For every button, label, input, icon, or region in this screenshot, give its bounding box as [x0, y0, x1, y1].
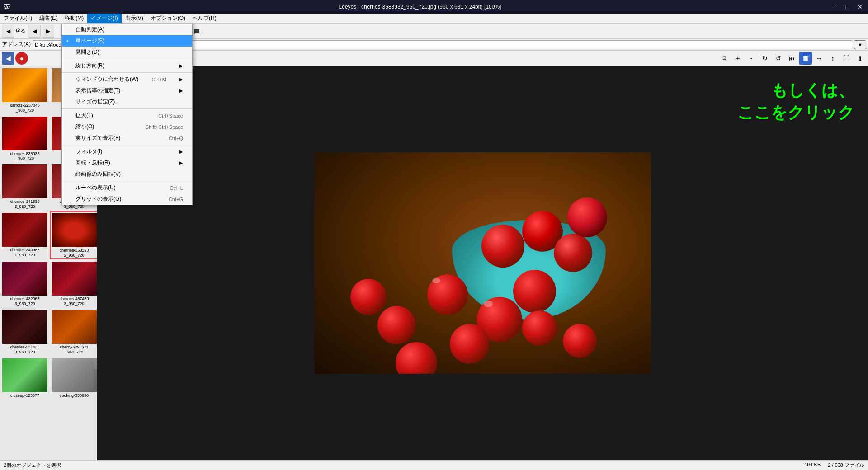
- cherry-bowl-3: [554, 234, 592, 272]
- menu-zoom-out[interactable]: 縮小(O) Shift+Ctrl+Space: [62, 121, 192, 132]
- menu-actual-size-label: 実サイズで表示(F): [75, 134, 120, 142]
- image-viewer[interactable]: １イメージ ２単ページ もしくは、 ここをクリック: [97, 66, 868, 460]
- menu-filter-label: フィルタ(I): [75, 148, 102, 155]
- menu-fit-window[interactable]: ウィンドウに合わせる(W) Ctrl+M ▶: [62, 74, 192, 85]
- menu-loupe-label: ルーペの表示(U): [75, 184, 116, 192]
- rotate2-btn[interactable]: ↺: [772, 52, 785, 65]
- prev-img-btn[interactable]: ⏮: [786, 52, 798, 65]
- thumb-carrots1[interactable]: carrots-5237046_960_720: [1, 67, 49, 114]
- statusbar-pageinfo: 2 / 638 ファイル: [828, 462, 864, 469]
- thumb-cherry9[interactable]: cherry-6296671_960_720: [50, 309, 97, 356]
- thumb-label-cherries8: cherries-5314333_960_720: [10, 345, 39, 355]
- menu-option[interactable]: オプション(O): [147, 14, 189, 23]
- thumb-cherries5[interactable]: cherries-3409831_960_720: [1, 212, 49, 260]
- close-button[interactable]: ✕: [855, 2, 864, 11]
- back-button[interactable]: ◀: [2, 25, 14, 38]
- thumb-label-carrots1: carrots-5237046_960_720: [10, 103, 40, 113]
- addressbar-go[interactable]: ▼: [854, 40, 866, 49]
- zoom-in-btn[interactable]: +: [731, 52, 744, 65]
- next-img-btn[interactable]: ▦: [799, 52, 812, 65]
- menu-rotate[interactable]: 回転・反転(R) ▶: [62, 157, 192, 169]
- menu-filter[interactable]: フィルタ(I) ▶: [62, 146, 192, 157]
- thumb-img-cherries1: [2, 117, 47, 150]
- menu-file[interactable]: ファイル(F): [0, 14, 36, 23]
- thumb-cherries1[interactable]: cherries-838033_960_720: [1, 115, 49, 163]
- menu-loupe[interactable]: ルーペの表示(U) Ctrl+L: [62, 182, 192, 193]
- fit-width-btn[interactable]: ↔: [813, 52, 826, 65]
- menu-help[interactable]: ヘルプ(H): [189, 14, 220, 23]
- zoom-out-btn[interactable]: -: [745, 52, 758, 65]
- thumb-cooking[interactable]: cooking-330690: [50, 357, 97, 400]
- menu-zoom-out-label: 縮小(O): [75, 123, 94, 131]
- statusbar-right: 194 KB 2 / 638 ファイル: [804, 462, 864, 469]
- menu-single-page[interactable]: 単ページ(S): [62, 35, 192, 47]
- thumb-label-cooking: cooking-330690: [60, 393, 89, 398]
- thumb-cherries8[interactable]: cherries-5314333_960_720: [1, 309, 49, 356]
- shortcut-loupe: Ctrl+L: [170, 185, 183, 191]
- nav-left-btn[interactable]: ◀: [2, 52, 14, 65]
- nav-prev[interactable]: ◀: [28, 25, 41, 38]
- highlight-2: [432, 278, 440, 283]
- thumb-img-closeup: [2, 358, 47, 392]
- fullscreen-btn[interactable]: ⛶: [840, 52, 853, 65]
- cherry-bowl-4: [567, 197, 607, 237]
- menu-auto-rotate[interactable]: 自動判定(A): [62, 24, 192, 35]
- menubar: ファイル(F) 編集(E) 移動(M) イメージ(I) 表示(V) オプション(…: [0, 14, 868, 24]
- menu-open-pages-label: 見開き(D): [75, 48, 99, 56]
- menu-display-rate[interactable]: 表示倍率の指定(T) ▶: [62, 85, 192, 96]
- thumb-label-cherries5: cherries-3409831_960_720: [10, 248, 39, 258]
- menu-zoom-in[interactable]: 拡大(L) Ctrl+Space: [62, 110, 192, 121]
- cherry-5: [350, 279, 387, 315]
- arrow-fit-window: ▶: [179, 77, 183, 82]
- menu-single-page-label: 単ページ(S): [75, 37, 104, 45]
- menu-move[interactable]: 移動(M): [61, 14, 87, 23]
- thumb-label-cherries7: cherries-4874303_960_720: [59, 296, 89, 306]
- thumb-label-cherries-sel: cherries-3583932_960_720: [59, 248, 89, 258]
- thumb-img-cooking: [52, 358, 97, 392]
- shortcut-zoom-out: Shift+Ctrl+Space: [146, 124, 183, 130]
- statusbar: 2個のオブジェクトを選択 194 KB 2 / 638 ファイル: [0, 460, 868, 470]
- menu-fold-dir[interactable]: 綴じ方向(B) ▶: [62, 60, 192, 71]
- addressbar-label: アドレス(A): [2, 41, 31, 48]
- maximize-button[interactable]: □: [843, 2, 852, 11]
- rotate-btn[interactable]: ↻: [759, 52, 771, 65]
- shortcut-fit-window: Ctrl+M: [151, 77, 166, 82]
- zoom-fit-btn[interactable]: ⊡: [718, 52, 731, 65]
- shortcut-grid: Ctrl+G: [169, 197, 183, 202]
- thumb-label-cherries3: cherries-1415306_960_720: [10, 199, 39, 209]
- statusbar-selection: 2個のオブジェクトを選択: [4, 462, 61, 469]
- menu-grid[interactable]: グリッドの表示(G) Ctrl+G: [62, 193, 192, 205]
- nav-next[interactable]: ▶: [42, 25, 54, 38]
- menu-size-spec[interactable]: サイズの指定(Z)...: [62, 96, 192, 108]
- overlay-line3: もしくは、: [737, 80, 854, 102]
- thumb-cherries6[interactable]: cherries-4320683_960_720: [1, 260, 49, 308]
- overlay-text-right: もしくは、 ここをクリック: [737, 80, 854, 124]
- thumb-label-cherries6: cherries-4320683_960_720: [10, 296, 39, 306]
- cherry-bowl-1: [481, 225, 524, 268]
- thumb-img-cherries-sel: [52, 213, 97, 247]
- thumb-cherries7[interactable]: cherries-4874303_960_720: [50, 260, 97, 308]
- menu-edit[interactable]: 編集(E): [36, 14, 61, 23]
- nav-right-btn[interactable]: ●: [15, 52, 28, 65]
- menu-view[interactable]: 表示(V): [122, 14, 147, 23]
- menu-image[interactable]: イメージ(I): [87, 14, 121, 23]
- thumb-cherries3[interactable]: cherries-1415306_960_720: [1, 163, 49, 211]
- menu-rotate-only[interactable]: 縦画像のみ回転(V): [62, 169, 192, 180]
- thumb-cherries-sel[interactable]: cherries-3583932_960_720: [50, 212, 97, 260]
- menu-open-pages[interactable]: 見開き(D): [62, 47, 192, 58]
- titlebar-title: Leeyes - cherries-3583932_960_720.jpg (9…: [339, 4, 501, 10]
- info-btn[interactable]: ℹ: [854, 52, 866, 65]
- menu-auto-rotate-label: 自動判定(A): [75, 26, 104, 33]
- thumb-label-cherries1: cherries-838033_960_720: [10, 151, 39, 161]
- menu-actual-size[interactable]: 実サイズで表示(F) Ctrl+Q: [62, 132, 192, 144]
- image-menu: 自動判定(A) 単ページ(S) 見開き(D) 綴じ方向(B) ▶ ウィンドウに合…: [61, 24, 193, 205]
- thumb-label-cherry9: cherry-6296671_960_720: [60, 345, 88, 355]
- arrow-rotate: ▶: [179, 160, 183, 165]
- thumb-closeup[interactable]: closeup-123877: [1, 357, 49, 400]
- fit-height-btn[interactable]: ↕: [826, 52, 839, 65]
- cherry-4: [377, 306, 416, 344]
- arrow-display-rate: ▶: [179, 88, 183, 93]
- menu-display-rate-label: 表示倍率の指定(T): [75, 87, 120, 94]
- titlebar: 🖼 Leeyes - cherries-3583932_960_720.jpg …: [0, 0, 868, 14]
- minimize-button[interactable]: ─: [830, 2, 839, 11]
